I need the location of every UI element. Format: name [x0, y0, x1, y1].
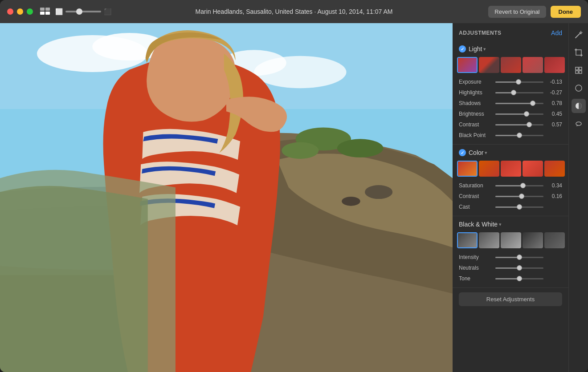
color-thumb-5[interactable]	[544, 161, 565, 177]
exposure-row: Exposure -0.13	[453, 77, 568, 87]
cast-slider[interactable]	[495, 206, 543, 208]
photo-area	[0, 23, 453, 372]
cast-label: Cast	[459, 204, 492, 210]
color-thumb-2[interactable]	[479, 161, 499, 177]
reset-adjustments-button[interactable]: Reset Adjustments	[459, 292, 562, 306]
tone-label: Tone	[459, 275, 492, 282]
bw-thumb-1[interactable]	[457, 232, 478, 248]
titlebar: ⬜ ⬛ Marin Headlands, Sausalito, United S…	[0, 0, 588, 23]
svg-point-8	[282, 142, 318, 159]
bw-thumb-3[interactable]	[501, 232, 521, 248]
highlights-value: -0.27	[547, 89, 562, 96]
svg-rect-23	[579, 67, 582, 70]
svg-line-11	[576, 33, 580, 38]
light-thumb-1[interactable]	[457, 57, 478, 73]
bw-thumb-2[interactable]	[479, 232, 499, 248]
tone-slider[interactable]	[495, 278, 543, 279]
color-section-header[interactable]: Color ▾	[453, 145, 568, 159]
done-button[interactable]: Done	[551, 6, 581, 18]
adjustments-sidebar: ADJUSTMENTS Add Light ▾	[453, 23, 568, 372]
highlights-slider[interactable]	[495, 92, 543, 93]
black-point-slider[interactable]	[495, 135, 543, 136]
minimize-button[interactable]	[17, 8, 23, 15]
intensity-slider[interactable]	[495, 257, 543, 258]
color-thumb-1[interactable]	[457, 161, 478, 177]
saturation-slider[interactable]	[495, 185, 543, 186]
shadows-label: Shadows	[459, 100, 492, 106]
retouch-button[interactable]	[572, 117, 586, 131]
zoom-slider[interactable]	[65, 11, 101, 12]
bw-title: Black & White	[459, 221, 498, 228]
light-contrast-label: Contrast	[459, 121, 492, 128]
neutrals-label: Neutrals	[459, 265, 492, 271]
tone-row: Tone	[453, 273, 568, 284]
shadows-value: 0.78	[547, 100, 562, 106]
light-contrast-value: 0.57	[547, 121, 562, 128]
sidebar-header: ADJUSTMENTS Add	[453, 23, 568, 41]
brightness-label: Brightness	[459, 111, 492, 117]
main-area: ADJUSTMENTS Add Light ▾	[0, 23, 588, 372]
crop-button[interactable]	[572, 45, 586, 60]
light-thumb-4[interactable]	[523, 57, 543, 73]
maximize-button[interactable]	[27, 8, 33, 15]
transform-button[interactable]	[572, 63, 586, 77]
light-thumb-2[interactable]	[479, 57, 499, 73]
svg-rect-17	[576, 50, 581, 55]
saturation-value: 0.34	[547, 182, 562, 189]
bw-thumb-5[interactable]	[544, 232, 565, 248]
light-contrast-row: Contrast 0.57	[453, 119, 568, 130]
color-thumbnails	[453, 159, 568, 180]
saturation-label: Saturation	[459, 182, 492, 189]
neutrals-slider[interactable]	[495, 267, 543, 269]
shadows-slider[interactable]	[495, 103, 543, 104]
close-button[interactable]	[7, 8, 13, 15]
brightness-row: Brightness 0.45	[453, 109, 568, 119]
svg-rect-22	[576, 67, 578, 70]
exposure-slider[interactable]	[495, 81, 543, 83]
magic-wand-icon	[575, 31, 583, 39]
color-contrast-label: Contrast	[459, 193, 492, 199]
magic-wand-button[interactable]	[572, 28, 586, 42]
highlights-row: Highlights -0.27	[453, 87, 568, 98]
add-adjustment-button[interactable]: Add	[551, 29, 562, 36]
light-thumb-3[interactable]	[501, 57, 521, 73]
light-chevron: ▾	[483, 46, 486, 52]
adjustments-label: ADJUSTMENTS	[459, 30, 502, 36]
color-thumb-4[interactable]	[523, 161, 543, 177]
light-check[interactable]	[459, 45, 466, 53]
neutrals-row: Neutrals	[453, 263, 568, 273]
brightness-value: 0.45	[547, 111, 562, 117]
color-title: Color	[469, 149, 483, 156]
brightness-slider[interactable]	[495, 113, 543, 115]
svg-point-7	[337, 139, 384, 157]
color-check[interactable]	[459, 149, 466, 156]
bw-section: Black & White ▾ Intensity	[453, 216, 568, 288]
circle-button[interactable]	[572, 81, 586, 95]
bw-section-header[interactable]: Black & White ▾	[453, 216, 568, 230]
filter-button[interactable]	[572, 99, 586, 113]
light-thumb-5[interactable]	[544, 57, 565, 73]
color-contrast-slider[interactable]	[495, 196, 543, 197]
light-section: Light ▾ Exposure -0.13	[453, 41, 568, 145]
shadows-row: Shadows 0.78	[453, 98, 568, 109]
revert-button[interactable]: Revert to Original	[488, 6, 546, 18]
filter-icon	[575, 102, 583, 110]
bw-thumb-4[interactable]	[523, 232, 543, 248]
svg-rect-25	[579, 71, 582, 73]
light-section-header[interactable]: Light ▾	[453, 41, 568, 55]
grid-view-icon[interactable]	[40, 8, 51, 16]
black-point-label: Black Point	[459, 132, 492, 138]
color-contrast-row: Contrast 0.16	[453, 191, 568, 202]
right-toolbar	[568, 23, 588, 372]
zoom-slider-control: ⬜ ⬛	[55, 8, 111, 15]
traffic-lights	[7, 8, 33, 15]
svg-point-10	[342, 197, 360, 206]
light-contrast-slider[interactable]	[495, 124, 543, 125]
highlights-label: Highlights	[459, 89, 492, 96]
color-thumb-3[interactable]	[501, 161, 521, 177]
transform-icon	[575, 66, 583, 74]
bw-chevron: ▾	[499, 222, 502, 227]
exposure-label: Exposure	[459, 79, 492, 85]
exposure-value: -0.13	[547, 79, 562, 85]
black-point-row: Black Point	[453, 130, 568, 141]
